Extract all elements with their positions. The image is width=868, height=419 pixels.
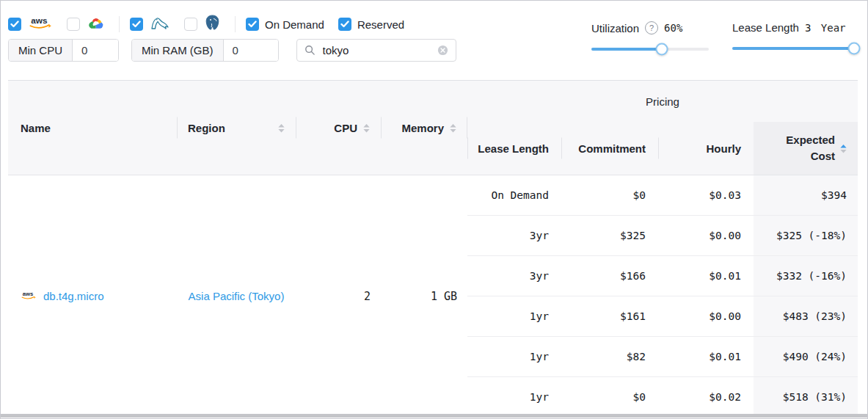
reserved-checkbox[interactable]	[338, 18, 351, 31]
column-header-label: Lease Length	[478, 142, 549, 155]
svg-text:aws: aws	[31, 15, 48, 26]
lease-length-label: Lease Length	[732, 21, 799, 34]
horizontal-scrollbar[interactable]	[1, 414, 867, 418]
app-window: aws	[0, 0, 868, 419]
hourly-cell: $0.02	[658, 377, 754, 417]
column-header-name: Name	[8, 81, 177, 175]
column-header-cpu[interactable]: CPU	[296, 81, 381, 175]
pricing-row: On Demand $0 $0.03 $394	[467, 175, 858, 215]
column-header-lease-length: Lease Length	[467, 122, 561, 175]
on-demand-checkbox[interactable]	[246, 18, 259, 31]
check-icon	[10, 21, 19, 28]
instance-name-cell: aws db.t4g.micro	[8, 175, 177, 417]
lease-length-cell: 1yr	[467, 337, 561, 376]
lease-length-slider-track[interactable]	[732, 47, 854, 50]
hourly-cell: $0.01	[658, 337, 754, 376]
postgresql-logo-icon	[204, 15, 221, 34]
filter-divider	[235, 16, 236, 32]
utilization-slider-track[interactable]	[591, 48, 709, 51]
hourly-cell: $0.01	[658, 256, 754, 296]
sort-icon[interactable]	[449, 123, 457, 134]
utilization-label: Utilization	[591, 22, 639, 34]
column-header-expected-cost[interactable]: Expected Cost	[754, 122, 858, 175]
pricing-option-on-demand: On Demand	[246, 18, 324, 31]
utilization-value: 60%	[664, 22, 682, 34]
column-header-label: Expected Cost	[781, 132, 835, 165]
sort-icon[interactable]	[362, 123, 371, 134]
table-body: aws db.t4g.micro Asia Pacific (Tokyo) 2 …	[8, 175, 858, 417]
google-cloud-checkbox[interactable]	[67, 18, 80, 31]
filter-bar-bottom: Min CPU Min RAM (GB)	[8, 39, 456, 62]
region-link[interactable]: Asia Pacific (Tokyo)	[189, 290, 285, 302]
expected-cost-cell: $394	[754, 175, 858, 215]
mysql-checkbox[interactable]	[130, 18, 143, 31]
check-icon	[340, 21, 349, 28]
provider-filter-gcp	[67, 15, 105, 33]
pricing-row: 3yr $325 $0.00 $325 (-18%)	[467, 215, 858, 255]
lease-length-value: 3 Year	[805, 22, 846, 34]
column-header-label: Memory	[401, 122, 444, 134]
commitment-cell: $325	[561, 216, 658, 255]
min-ram-input[interactable]	[224, 40, 278, 61]
hourly-cell: $0.00	[658, 296, 754, 336]
pricing-row: 1yr $161 $0.00 $483 (23%)	[467, 296, 858, 336]
expected-cost-cell: $325 (-18%)	[754, 216, 858, 255]
column-header-region[interactable]: Region	[177, 81, 296, 175]
column-header-label: Commitment	[578, 142, 646, 155]
search-icon	[304, 45, 316, 56]
aws-logo-icon: aws	[21, 290, 37, 303]
min-cpu-group: Min CPU	[8, 39, 119, 62]
reserved-label: Reserved	[357, 18, 404, 31]
column-header-label: Region	[188, 122, 225, 134]
aws-logo-icon: aws	[28, 15, 53, 34]
column-header-label: Hourly	[706, 142, 741, 155]
google-cloud-logo-icon	[87, 15, 105, 33]
filter-divider	[119, 16, 120, 32]
column-divider	[381, 117, 382, 139]
commitment-cell: $82	[561, 337, 658, 376]
pricing-rows: On Demand $0 $0.03 $394 3yr $325 $0.00 $…	[467, 175, 858, 417]
min-cpu-label: Min CPU	[9, 40, 73, 61]
clear-search-icon[interactable]	[437, 45, 448, 56]
aws-checkbox[interactable]	[8, 18, 21, 31]
expected-cost-cell: $490 (24%)	[754, 337, 858, 376]
expected-cost-cell: $483 (23%)	[754, 296, 858, 336]
commitment-cell: $166	[561, 256, 658, 296]
instance-region-cell: Asia Pacific (Tokyo)	[177, 175, 296, 417]
table-header: Name Region CPU Memory	[8, 80, 858, 175]
postgresql-checkbox[interactable]	[184, 18, 197, 31]
column-divider	[658, 138, 659, 159]
instance-name-link[interactable]: db.t4g.micro	[43, 290, 104, 302]
mysql-logo-icon	[150, 15, 170, 34]
instance-cpu-cell: 2	[296, 175, 381, 417]
help-icon[interactable]: ?	[645, 21, 658, 34]
lease-length-cell: 3yr	[467, 256, 561, 296]
sort-asc-icon[interactable]	[839, 143, 847, 154]
column-divider	[467, 138, 468, 159]
column-divider	[296, 117, 296, 139]
lease-length-control: Lease Length 3 Year	[732, 21, 854, 50]
column-header-hourly: Hourly	[658, 122, 754, 175]
instances-table: Name Region CPU Memory	[8, 80, 858, 417]
on-demand-label: On Demand	[265, 18, 324, 31]
provider-filter-aws: aws	[8, 15, 53, 34]
min-cpu-input[interactable]	[73, 40, 118, 61]
search-input[interactable]	[321, 43, 431, 57]
hourly-cell: $0.00	[658, 216, 754, 255]
column-header-label: CPU	[334, 122, 357, 134]
check-icon	[132, 21, 141, 28]
column-divider	[561, 138, 562, 159]
column-header-memory[interactable]: Memory	[381, 81, 467, 175]
utilization-slider-knob[interactable]	[656, 43, 668, 56]
memory-value: 1 GB	[431, 290, 457, 303]
column-divider	[177, 117, 178, 139]
commitment-cell: $161	[561, 296, 658, 336]
hourly-cell: $0.03	[658, 175, 754, 215]
lease-length-slider-fill	[732, 47, 854, 50]
lease-length-cell: 3yr	[467, 216, 561, 255]
sort-icon[interactable]	[277, 123, 285, 134]
min-ram-group: Min RAM (GB)	[131, 39, 279, 62]
pricing-option-reserved: Reserved	[338, 18, 404, 31]
utilization-control: Utilization ? 60%	[591, 21, 709, 51]
lease-length-slider-knob[interactable]	[848, 43, 861, 55]
